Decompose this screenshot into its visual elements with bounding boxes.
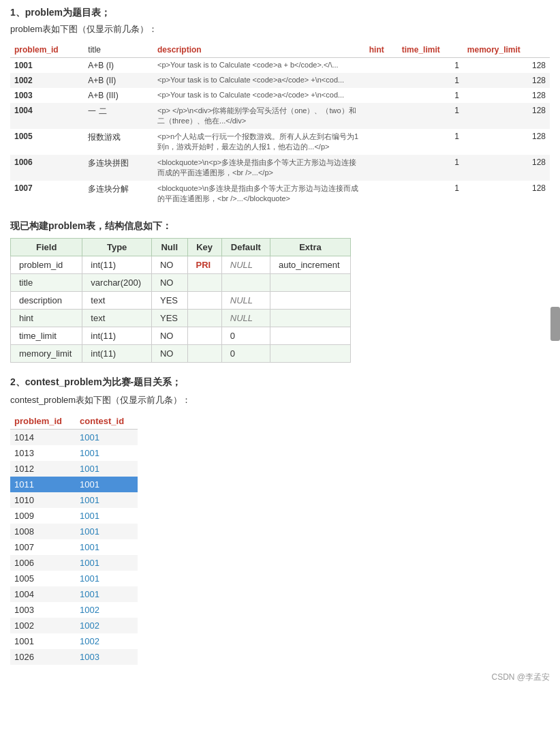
struct-cell-type: text xyxy=(82,292,152,310)
cell-problem-id: 1006 xyxy=(10,155,84,181)
cell-time-limit: 1 xyxy=(398,129,463,155)
struct-cell-field: hint xyxy=(11,310,82,327)
struct-cell-extra xyxy=(270,292,350,310)
struct-cell-type: int(11) xyxy=(82,345,152,363)
struct-cell-default xyxy=(221,274,270,292)
problem-table: problem_idtitledescriptionhinttime_limit… xyxy=(10,42,550,207)
struct-cell-key xyxy=(187,274,221,292)
contest-col-contest_id: contest_id xyxy=(76,413,138,430)
contest-row: 10061001 xyxy=(10,555,138,571)
struct-cell-extra: auto_increment xyxy=(270,256,350,274)
cell-contest-id: 1001 xyxy=(76,508,138,524)
cell-hint xyxy=(365,73,398,88)
cell-contest-problem-id: 1001 xyxy=(10,633,76,649)
cell-time-limit: 1 xyxy=(398,88,463,103)
cell-contest-problem-id: 1003 xyxy=(10,602,76,618)
cell-problem-id: 1007 xyxy=(10,181,84,207)
cell-time-limit: 1 xyxy=(398,181,463,207)
cell-contest-problem-id: 1013 xyxy=(10,445,76,461)
contest-row: 10081001 xyxy=(10,524,138,539)
problem-row: 1004一 二<p> </p>\n<div>你将能别学会写头活付（one）、（t… xyxy=(10,103,550,129)
col-header-time_limit: time_limit xyxy=(398,42,463,58)
struct-cell-type: int(11) xyxy=(82,327,152,345)
cell-description: <p>Your task is to Calculate <code>a</co… xyxy=(153,73,365,88)
struct-cell-default: NULL xyxy=(221,292,270,310)
contest-row: 10101001 xyxy=(10,492,138,508)
cell-memory-limit: 128 xyxy=(463,73,550,88)
cell-contest-problem-id: 1007 xyxy=(10,539,76,555)
contest-row: 10011002 xyxy=(10,633,138,649)
cell-title: A+B (I) xyxy=(84,58,153,74)
cell-hint xyxy=(365,88,398,103)
contest-row: 10031002 xyxy=(10,602,138,618)
cell-hint xyxy=(365,181,398,207)
scrollbar[interactable] xyxy=(550,307,560,341)
cell-memory-limit: 128 xyxy=(463,88,550,103)
struct-cell-key xyxy=(187,345,221,363)
section2-title: 2、contest_problem为比赛-题目关系； xyxy=(10,376,550,389)
col-header-hint: hint xyxy=(365,42,398,58)
section1-sub: problem表如下图（仅显示前几条）： xyxy=(10,23,550,35)
cell-hint xyxy=(365,155,398,181)
struct-col-extra: Extra xyxy=(270,239,350,256)
cell-problem-id: 1004 xyxy=(10,103,84,129)
problem-row: 1006多连块拼图<blockquote>\n<p>多连块是指由多个等大正方形边… xyxy=(10,155,550,181)
contest-row: 10141001 xyxy=(10,430,138,446)
section1-title: 1、problem为题目表； xyxy=(10,7,550,19)
struct-cell-null: NO xyxy=(151,327,187,345)
cell-contest-problem-id: 1014 xyxy=(10,430,76,446)
contest-row: 10071001 xyxy=(10,539,138,555)
cell-title: 多连块分解 xyxy=(84,181,153,207)
struct-col-field: Field xyxy=(11,239,82,256)
cell-contest-problem-id: 1006 xyxy=(10,555,76,571)
problem-table-wrap: problem_idtitledescriptionhinttime_limit… xyxy=(10,42,550,207)
struct-cell-key xyxy=(187,292,221,310)
contest-table-wrap: problem_idcontest_id 1014100110131001101… xyxy=(10,413,550,665)
footer-credit: CSDN @李孟安 xyxy=(10,672,550,683)
col-header-problem_id: problem_id xyxy=(10,42,84,58)
struct-cell-field: memory_limit xyxy=(11,345,82,363)
problem-row: 1005报数游戏<p>n个人站成一行玩一个报数游戏。所有人从左到右编号为1到n，… xyxy=(10,129,550,155)
cell-contest-problem-id: 1012 xyxy=(10,461,76,477)
cell-hint xyxy=(365,129,398,155)
cell-title: A+B (III) xyxy=(84,88,153,103)
contest-col-problem_id: problem_id xyxy=(10,413,76,430)
struct-cell-key xyxy=(187,327,221,345)
struct-cell-extra xyxy=(270,327,350,345)
cell-contest-id: 1001 xyxy=(76,571,138,586)
struct-cell-extra xyxy=(270,345,350,363)
cell-memory-limit: 128 xyxy=(463,155,550,181)
cell-contest-id: 1001 xyxy=(76,477,138,492)
cell-time-limit: 1 xyxy=(398,103,463,129)
struct-row: problem_idint(11)NOPRINULLauto_increment xyxy=(11,256,351,274)
cell-description: <p> </p>\n<div>你将能别学会写头活付（one）、（two）和二（t… xyxy=(153,103,365,129)
cell-contest-id: 1001 xyxy=(76,539,138,555)
col-header-memory_limit: memory_limit xyxy=(463,42,550,58)
struct-section-title: 现已构建problem表，结构信息如下： xyxy=(10,220,550,232)
cell-time-limit: 1 xyxy=(398,155,463,181)
problem-row: 1002A+B (II)<p>Your task is to Calculate… xyxy=(10,73,550,88)
struct-col-key: Key xyxy=(187,239,221,256)
cell-description: <blockquote>\n<p>多连块是指由多个等大正方形边与边连接而成的平面… xyxy=(153,155,365,181)
cell-title: A+B (II) xyxy=(84,73,153,88)
cell-description: <p>Your task is to Calculate <code>a + b… xyxy=(153,58,365,74)
struct-cell-key xyxy=(187,310,221,327)
cell-memory-limit: 128 xyxy=(463,58,550,74)
struct-cell-key: PRI xyxy=(187,256,221,274)
struct-col-default: Default xyxy=(221,239,270,256)
problem-row: 1001A+B (I)<p>Your task is to Calculate … xyxy=(10,58,550,74)
problem-row: 1003A+B (III)<p>Your task is to Calculat… xyxy=(10,88,550,103)
cell-contest-id: 1001 xyxy=(76,555,138,571)
cell-memory-limit: 128 xyxy=(463,129,550,155)
cell-contest-problem-id: 1002 xyxy=(10,618,76,633)
struct-cell-null: NO xyxy=(151,345,187,363)
cell-problem-id: 1002 xyxy=(10,73,84,88)
struct-row: hinttextYESNULL xyxy=(11,310,351,327)
struct-cell-type: int(11) xyxy=(82,256,152,274)
struct-cell-default: 0 xyxy=(221,345,270,363)
cell-contest-problem-id: 1026 xyxy=(10,649,76,665)
contest-row: 10111001 xyxy=(10,477,138,492)
cell-contest-problem-id: 1011 xyxy=(10,477,76,492)
struct-col-type: Type xyxy=(82,239,152,256)
contest-row: 10041001 xyxy=(10,586,138,602)
